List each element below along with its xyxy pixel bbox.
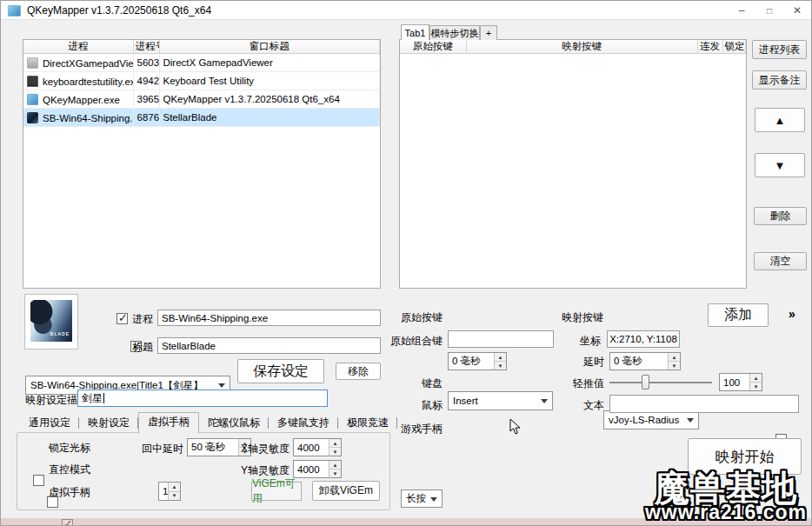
header-mapped-key[interactable]: 映射按键 [466, 40, 697, 54]
process-table-header: 进程 进程号 窗口标题 [23, 40, 380, 54]
delay-value: 0 毫秒 [610, 353, 668, 370]
coord-readout: X:2710, Y:1108 [607, 330, 680, 348]
longpress-time-value: 0 毫秒 [449, 353, 494, 370]
process-window-title: QKeyMapper v1.3.7.20250618 Qt6_x64 [159, 90, 380, 109]
process-checkbox-label: 进程 [132, 312, 153, 327]
orig-combo-input[interactable] [448, 330, 554, 348]
delay-label: 延时 [578, 355, 604, 370]
gamepad-count-spinbox[interactable]: 1 [158, 482, 181, 501]
spin-down-icon[interactable] [750, 383, 762, 390]
move-down-button[interactable]: ▼ [755, 153, 805, 177]
process-window-title: StellarBlade [159, 109, 380, 127]
x-sensitivity-spinbox[interactable]: 4000 [293, 438, 342, 456]
tab-tab1[interactable]: Tab1 [401, 24, 429, 40]
tab-multi-input-support[interactable]: 多键鼠支持 [269, 414, 338, 433]
spin-up-icon[interactable] [750, 374, 762, 383]
header-process[interactable]: 进程 [23, 40, 133, 54]
keyboard-icon [27, 76, 38, 87]
process-row-selected[interactable]: SB-Win64-Shipping.exe 68764 StellarBlade [23, 109, 380, 127]
spin-up-icon[interactable] [329, 439, 341, 448]
tab-mapping-settings[interactable]: 映射设定 [79, 414, 138, 433]
process-window-title: Keyboard Test Utility [159, 72, 380, 90]
header-burst[interactable]: 连发 [697, 40, 722, 54]
gamepad-label: 游戏手柄 [396, 422, 443, 436]
maximize-icon[interactable]: □ [755, 1, 783, 20]
spin-down-icon[interactable] [169, 492, 180, 501]
gamepad-count-value: 1 [159, 483, 168, 500]
spin-down-icon[interactable] [329, 448, 341, 456]
tab-gyro-mouse[interactable]: 陀螺仪鼠标 [199, 414, 269, 433]
spin-down-icon[interactable] [329, 469, 341, 477]
description-input[interactable]: 剑星 [77, 390, 328, 407]
process-row[interactable]: keyboardtestutility.exe 49420 Keyboard T… [23, 72, 380, 90]
mouse-label: 鼠标 [416, 398, 443, 413]
longpress-select[interactable]: 长按 [401, 489, 443, 508]
clear-button[interactable]: 清空 [754, 252, 807, 270]
virtual-gamepad-label: 虚拟手柄 [49, 485, 90, 500]
watermark-title: 魔兽基地 [645, 470, 807, 505]
description-value: 剑星 [82, 391, 103, 406]
keyboard-label: 键盘 [416, 376, 443, 391]
spin-down-icon[interactable] [495, 362, 506, 370]
longpress-value: 长按 [406, 492, 426, 505]
window-title: QKeyMapper v1.3.7.20250618 Qt6_x64 [27, 4, 211, 17]
process-window-title: DirectX GamepadViewer [159, 54, 380, 72]
uninstall-vigem-button[interactable]: 卸载ViGEm [312, 481, 380, 501]
spin-up-icon[interactable] [329, 461, 341, 469]
text-input[interactable] [609, 395, 799, 413]
process-name-field[interactable]: SB-Win64-Shipping.exe [157, 310, 381, 326]
add-button[interactable]: 添加 [708, 303, 769, 327]
game-thumbnail: BLADE [30, 300, 72, 342]
game-thumbnail-frame: BLADE [24, 294, 78, 350]
window-title-field[interactable]: StellarBlade [157, 337, 381, 354]
lock-cursor-checkbox[interactable] [33, 475, 44, 486]
spin-down-icon[interactable] [669, 362, 680, 370]
process-name: QKeyMapper.exe [43, 95, 120, 105]
spin-up-icon[interactable] [169, 483, 180, 492]
tab-add[interactable]: + [480, 25, 497, 40]
text-caret [103, 393, 104, 403]
header-pid[interactable]: 进程号 [133, 40, 159, 54]
chevron-down-icon [687, 418, 694, 423]
chevron-right-icon[interactable]: » [789, 307, 795, 321]
lock-cursor-label: 锁定光标 [49, 441, 90, 456]
process-pid: 56032 [133, 54, 159, 72]
nudge-spinbox[interactable]: 100 [719, 373, 762, 391]
minimize-icon[interactable]: – [728, 1, 755, 20]
remove-button[interactable]: 移除 [336, 363, 381, 380]
map-key-select[interactable]: vJoy-LS-Radius [603, 410, 699, 429]
process-name: DirectXGamepadViewer.exe [43, 58, 133, 69]
watermark-url: www.ra216.com [645, 503, 807, 523]
process-pid: 49420 [133, 72, 159, 90]
process-table: 进程 进程号 窗口标题 DirectXGamepadViewer.exe 560… [23, 39, 381, 289]
save-settings-button[interactable]: 保存设定 [237, 359, 324, 383]
tab-general-settings[interactable]: 通用设定 [20, 414, 79, 433]
tab-virtual-gamepad[interactable]: 虚拟手柄 [138, 412, 199, 434]
header-orig-key[interactable]: 原始按键 [400, 40, 466, 54]
header-lock[interactable]: 锁定 [722, 40, 746, 54]
orig-key-label: 原始按键 [399, 310, 443, 325]
show-notes-button[interactable]: 显示备注 [752, 70, 807, 90]
tab-forza[interactable]: 极限竞速 [338, 414, 397, 433]
longpress-time-spinbox[interactable]: 0 毫秒 [448, 352, 507, 370]
y-sensitivity-spinbox[interactable]: 4000 [293, 460, 342, 478]
header-window-title[interactable]: 窗口标题 [159, 40, 380, 54]
vigem-status: ViGEm可用 [251, 482, 302, 501]
spin-up-icon[interactable] [495, 353, 506, 362]
delay-spinbox[interactable]: 0 毫秒 [609, 352, 681, 370]
process-checkbox[interactable] [116, 313, 128, 324]
orig-key-select[interactable]: Insert [448, 391, 553, 410]
move-up-button[interactable]: ▲ [755, 108, 805, 132]
nudge-slider-track[interactable] [609, 382, 712, 383]
text-label: 文本 [578, 398, 604, 413]
delete-button[interactable]: 删除 [754, 207, 807, 225]
spin-up-icon[interactable] [669, 353, 680, 362]
nudge-label: 轻推值 [568, 376, 604, 391]
close-icon[interactable]: ✕ [783, 1, 811, 20]
nudge-slider-handle[interactable] [642, 375, 649, 390]
process-row[interactable]: QKeyMapper.exe 39656 QKeyMapper v1.3.7.2… [23, 90, 380, 109]
process-row[interactable]: DirectXGamepadViewer.exe 56032 DirectX G… [23, 54, 380, 72]
tab-profile[interactable]: 模特步切换 [429, 25, 480, 40]
map-key-label: 映射按键 [562, 310, 600, 325]
process-list-button[interactable]: 进程列表 [752, 40, 807, 59]
